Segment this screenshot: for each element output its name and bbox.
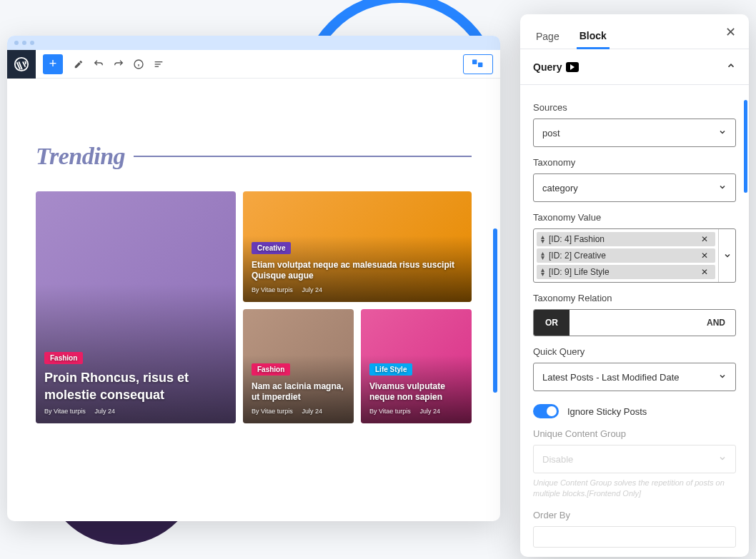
remove-chip-icon[interactable]: ✕ <box>698 267 711 277</box>
post-date: July 24 <box>419 408 440 415</box>
select-order-by[interactable] <box>533 526 736 548</box>
editor-canvas[interactable]: Trending Fashion Proin Rhoncus, risus et… <box>7 79 500 438</box>
select-value: post <box>542 128 560 139</box>
svg-rect-2 <box>155 61 163 62</box>
label-quick-query: Quick Query <box>533 346 736 357</box>
taxonomy-chip-label: [ID: 4] Fashion <box>549 234 605 244</box>
remove-chip-icon[interactable]: ✕ <box>698 234 711 244</box>
taxonomy-chip[interactable]: ▴▾ [ID: 2] Creative ✕ <box>537 248 715 263</box>
post-date: July 24 <box>302 408 322 415</box>
block-selection-handle[interactable] <box>493 228 497 393</box>
select-unique-group[interactable]: Disable <box>533 445 736 473</box>
toggle-row-ignore-sticky: Ignore Sticky Posts <box>533 404 736 418</box>
tab-page[interactable]: Page <box>533 25 562 48</box>
tab-block[interactable]: Block <box>577 24 610 49</box>
post-author: By Vitae turpis <box>252 408 293 415</box>
post-card[interactable]: Fashion Nam ac lacinia magna, ut imperdi… <box>243 309 354 423</box>
taxonomy-chip[interactable]: ▴▾ [ID: 9] Life Style ✕ <box>537 265 715 279</box>
svg-rect-4 <box>155 66 159 66</box>
window-titlebar <box>7 36 500 50</box>
sidebar-tabs: Page Block ✕ <box>520 14 749 49</box>
chevron-down-icon <box>718 182 727 193</box>
list-view-icon[interactable] <box>150 56 167 73</box>
taxonomy-chip[interactable]: ▴▾ [ID: 4] Fashion ✕ <box>537 232 715 246</box>
toggle-label: Ignore Sticky Posts <box>567 406 647 417</box>
traffic-light-dot <box>30 41 34 45</box>
undo-icon[interactable] <box>90 56 107 73</box>
svg-rect-3 <box>155 64 161 64</box>
chevron-up-icon <box>726 61 736 73</box>
editor-toolbar: + <box>7 50 500 79</box>
post-card[interactable]: Creative Etiam volutpat neque ac malesua… <box>243 191 472 302</box>
panel-header-query[interactable]: Query <box>520 49 749 85</box>
category-badge: Life Style <box>369 363 412 376</box>
post-title: Nam ac lacinia magna, ut imperdiet <box>252 381 345 403</box>
video-help-icon[interactable] <box>566 62 579 72</box>
post-meta: By Vitae turpis July 24 <box>252 286 463 293</box>
add-block-button[interactable]: + <box>43 54 63 74</box>
info-icon[interactable] <box>130 56 147 73</box>
svg-rect-5 <box>472 59 477 64</box>
relation-option-and[interactable]: AND <box>570 310 735 336</box>
block-navigator-button[interactable] <box>463 54 493 74</box>
inspector-sidebar: Page Block ✕ Query Sources post Taxonomy… <box>520 14 749 557</box>
label-unique-group: Unique Content Group <box>533 428 736 439</box>
remove-chip-icon[interactable]: ✕ <box>698 251 711 261</box>
post-author: By Vitae turpis <box>369 408 411 415</box>
post-card[interactable]: Life Style Vivamus vulputate neque non s… <box>361 309 472 423</box>
heading-rule <box>134 156 472 157</box>
post-title: Proin Rhoncus, risus et molestie consequ… <box>44 370 227 403</box>
post-author: By Vitae turpis <box>44 408 86 415</box>
sort-handle-icon[interactable]: ▴▾ <box>541 251 544 260</box>
segmented-relation: OR AND <box>533 309 736 336</box>
section-heading-row: Trending <box>36 143 472 170</box>
sort-handle-icon[interactable]: ▴▾ <box>541 235 544 243</box>
label-order-by: Order By <box>533 510 736 520</box>
select-value: category <box>542 183 578 193</box>
select-quick-query[interactable]: Latest Posts - Last Modified Date <box>533 363 736 391</box>
post-grid-block[interactable]: Fashion Proin Rhoncus, risus et molestie… <box>36 191 472 423</box>
category-badge: Fashion <box>252 363 290 376</box>
panel-title: Query <box>533 61 562 73</box>
post-card-hero[interactable]: Fashion Proin Rhoncus, risus et molestie… <box>36 191 236 423</box>
traffic-light-dot <box>22 41 26 45</box>
post-title: Vivamus vulputate neque non sapien <box>369 381 463 403</box>
section-heading: Trending <box>36 143 125 170</box>
traffic-light-dot <box>14 41 19 45</box>
scrollbar-thumb[interactable] <box>744 100 747 193</box>
label-taxonomy-relation: Taxonomy Relation <box>533 293 736 303</box>
select-value: Latest Posts - Last Modified Date <box>542 372 679 383</box>
taxonomy-chip-label: [ID: 2] Creative <box>549 251 606 261</box>
category-badge: Fashion <box>44 352 83 364</box>
hint-unique-group: Unique Content Group solves the repetiti… <box>533 478 736 500</box>
post-meta: By Vitae turpis July 24 <box>369 408 463 415</box>
toggle-ignore-sticky[interactable] <box>533 404 559 418</box>
post-meta: By Vitae turpis July 24 <box>44 408 227 415</box>
post-author: By Vitae turpis <box>252 286 293 293</box>
chevron-down-icon <box>718 127 727 139</box>
redo-icon[interactable] <box>110 56 127 73</box>
taxonomy-value-list: ▴▾ [ID: 4] Fashion ✕ ▴▾ [ID: 2] Creative… <box>534 229 718 282</box>
label-taxonomy-value: Taxonomy Value <box>533 212 736 223</box>
sort-handle-icon[interactable]: ▴▾ <box>541 268 544 276</box>
label-sources: Sources <box>533 102 736 113</box>
relation-option-or[interactable]: OR <box>534 310 570 336</box>
taxonomy-dropdown-toggle[interactable] <box>718 229 735 282</box>
chevron-down-icon <box>718 453 727 465</box>
select-sources[interactable]: post <box>533 119 736 147</box>
post-date: July 24 <box>94 408 115 415</box>
select-value: Disable <box>542 454 573 465</box>
edit-icon[interactable] <box>70 56 87 73</box>
category-badge: Creative <box>252 242 291 254</box>
select-taxonomy[interactable]: category <box>533 173 736 202</box>
editor-window: + Trending Fashion Proin Rhoncus, risus … <box>7 36 500 521</box>
taxonomy-value-box: ▴▾ [ID: 4] Fashion ✕ ▴▾ [ID: 2] Creative… <box>533 228 736 283</box>
post-date: July 24 <box>302 286 322 293</box>
label-taxonomy: Taxonomy <box>533 157 736 168</box>
wordpress-logo-icon[interactable] <box>7 50 36 79</box>
taxonomy-chip-label: [ID: 9] Life Style <box>549 267 610 277</box>
close-icon[interactable]: ✕ <box>725 24 736 40</box>
chevron-down-icon <box>718 371 727 383</box>
post-title: Etiam volutpat neque ac malesuada risus … <box>252 260 463 282</box>
svg-rect-6 <box>478 62 482 66</box>
